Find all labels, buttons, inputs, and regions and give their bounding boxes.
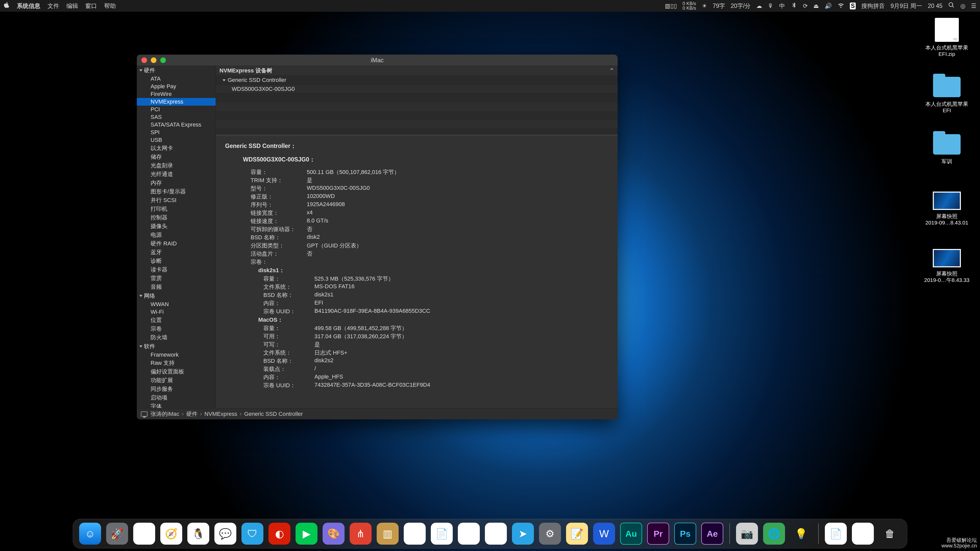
sidebar-item[interactable]: SATA/SATA Express — [137, 121, 216, 129]
dock-qq[interactable]: 🐧 — [187, 523, 209, 545]
menu-file[interactable]: 文件 — [48, 2, 59, 10]
desktop-item-0[interactable]: 本人台式机黑苹果EFI.zip — [924, 18, 970, 57]
sidebar-item[interactable]: 位置 — [137, 316, 216, 324]
dock-lamp[interactable]: 💡 — [790, 523, 812, 545]
mic-icon[interactable]: 🎙 — [768, 3, 773, 10]
cloud-icon[interactable]: ☁ — [756, 3, 762, 10]
dock-palette[interactable]: 🎨 — [323, 523, 345, 545]
sidebar-item[interactable]: Raw 支持 — [137, 359, 216, 367]
netmon-icon[interactable]: ▥▯▯ — [665, 3, 677, 10]
sidebar-item[interactable]: 电源 — [137, 230, 216, 239]
dock-doc[interactable]: 📄 — [825, 523, 847, 545]
sidebar-item[interactable]: 防火墙 — [137, 333, 216, 342]
sidebar-item[interactable]: 读卡器 — [137, 265, 216, 274]
sidebar-item[interactable]: 同步服务 — [137, 385, 216, 393]
sidebar-item[interactable]: Framework — [137, 351, 216, 359]
close-button[interactable] — [142, 57, 147, 63]
spotlight-icon[interactable] — [948, 2, 955, 10]
sidebar-item[interactable]: NVMExpress — [137, 98, 216, 106]
sidebar-item[interactable]: 光纤通道 — [137, 170, 216, 179]
sidebar-item[interactable]: 雷雳 — [137, 274, 216, 283]
window-titlebar[interactable]: iMac — [137, 55, 617, 66]
menu-window[interactable]: 窗口 — [85, 2, 97, 10]
sidebar-item[interactable]: 偏好设置面板 — [137, 367, 216, 376]
sidebar-item[interactable]: 摄像头 — [137, 222, 216, 230]
dock-wps[interactable]: W — [593, 523, 615, 545]
sidebar-item[interactable]: 控制器 — [137, 213, 216, 222]
dock-photos[interactable]: ✿ — [485, 523, 507, 545]
sidebar-item[interactable]: SAS — [137, 113, 216, 121]
desktop-item-2[interactable]: 军训 — [924, 133, 970, 165]
sidebar-item[interactable]: PCI — [137, 106, 216, 113]
sidebar-item[interactable]: 图形卡/显示器 — [137, 187, 216, 196]
dock-folder1[interactable]: ▥ — [377, 523, 399, 545]
dock-settings[interactable]: ⚙ — [539, 523, 561, 545]
sidebar-item[interactable]: 启动项 — [137, 393, 216, 402]
dock-notes2[interactable]: 📝 — [566, 523, 588, 545]
sidebar-item[interactable]: 打印机 — [137, 205, 216, 213]
sidebar-item[interactable]: 诊断 — [137, 257, 216, 265]
path-segment[interactable]: Generic SSD Controller — [244, 411, 308, 417]
notification-center-icon[interactable]: ☰ — [971, 3, 977, 10]
dock-shield[interactable]: 🛡 — [242, 523, 263, 545]
path-segment[interactable]: NVMExpress — [204, 411, 244, 417]
desktop-item-3[interactable]: 屏幕快照2019-09…8.43.01 — [924, 190, 970, 226]
path-segment[interactable]: 硬件 — [186, 411, 204, 417]
sidebar-item[interactable]: 并行 SCSI — [137, 196, 216, 205]
sidebar-item[interactable]: SPI — [137, 129, 216, 136]
sogou-badge[interactable]: S — [850, 3, 856, 10]
dock-reminders[interactable]: ≡ — [458, 523, 480, 545]
dock-notes[interactable]: 📄 — [431, 523, 453, 545]
sidebar-category[interactable]: 网络 — [137, 291, 216, 300]
sidebar-item[interactable]: 蓝牙 — [137, 248, 216, 257]
dock-iqiyi[interactable]: ▶ — [296, 523, 318, 545]
sidebar-item[interactable]: 功能扩展 — [137, 376, 216, 385]
dock-gallery[interactable]: 🖼 — [852, 523, 874, 545]
dock-trash[interactable]: 🗑 — [879, 523, 901, 545]
sidebar-item[interactable]: FireWire — [137, 90, 216, 98]
dock-globe[interactable]: 🌐 — [763, 523, 785, 545]
sidebar-category[interactable]: 软件 — [137, 342, 216, 351]
sidebar-item[interactable]: USB — [137, 136, 216, 144]
sidebar-item[interactable]: 以太网卡 — [137, 144, 216, 152]
dock-premiere[interactable]: Pr — [647, 523, 669, 545]
dock-aftereffects[interactable]: Ae — [701, 523, 723, 545]
sidebar-item[interactable]: ATA — [137, 75, 216, 83]
menu-app-name[interactable]: 系统信息 — [17, 2, 40, 10]
sidebar[interactable]: 硬件ATAApple PayFireWireNVMExpressPCISASSA… — [137, 66, 216, 408]
dock-telegram[interactable]: ➤ — [512, 523, 534, 545]
tree-device[interactable]: WDS500G3X0C-00SJG0 — [216, 85, 617, 94]
tree-controller[interactable]: Generic SSD Controller — [216, 76, 617, 85]
path-segment[interactable]: 张涛的iMac — [151, 411, 186, 417]
sidebar-item[interactable]: WWAN — [137, 300, 216, 308]
path-bar[interactable]: 张涛的iMac硬件NVMExpressGeneric SSD Controlle… — [137, 408, 617, 419]
minimize-button[interactable] — [151, 57, 156, 63]
sync-icon[interactable]: ⟳ — [803, 3, 808, 10]
siri-icon[interactable]: ◎ — [960, 3, 966, 10]
chevron-up-icon[interactable]: ⌃ — [609, 67, 614, 74]
dock-camera[interactable]: 📷 — [736, 523, 758, 545]
menu-edit[interactable]: 编辑 — [66, 2, 78, 10]
eject-icon[interactable]: ⏏ — [813, 3, 819, 10]
dock-finder[interactable]: ☺ — [79, 523, 101, 545]
dock-launchpad[interactable]: 🚀 — [106, 523, 128, 545]
dock-photoshop[interactable]: Ps — [674, 523, 696, 545]
dock-red[interactable]: ⋔ — [350, 523, 372, 545]
dock-netease[interactable]: ◐ — [269, 523, 290, 545]
sidebar-item[interactable]: 储存 — [137, 152, 216, 161]
sidebar-item[interactable]: 字体 — [137, 402, 216, 408]
dock-audition[interactable]: Au — [620, 523, 642, 545]
desktop-item-4[interactable]: 屏幕快照2019-0…午8.43.33 — [924, 248, 970, 283]
bluetooth-icon[interactable] — [791, 2, 797, 10]
menubar-time[interactable]: 20 45 — [928, 3, 942, 10]
sidebar-item[interactable]: 光盘刻录 — [137, 161, 216, 170]
brightness-icon[interactable]: ☀ — [702, 3, 707, 10]
sidebar-item[interactable]: Wi-Fi — [137, 308, 216, 316]
wifi-icon[interactable] — [838, 2, 844, 10]
volume-icon[interactable]: 🔊 — [824, 3, 832, 10]
ime-name[interactable]: 搜狗拼音 — [861, 2, 885, 10]
sidebar-item[interactable]: 内存 — [137, 179, 216, 187]
sidebar-item[interactable]: 音频 — [137, 283, 216, 291]
zoom-button[interactable] — [160, 57, 166, 63]
dock-chrome[interactable]: ◉ — [133, 523, 155, 545]
